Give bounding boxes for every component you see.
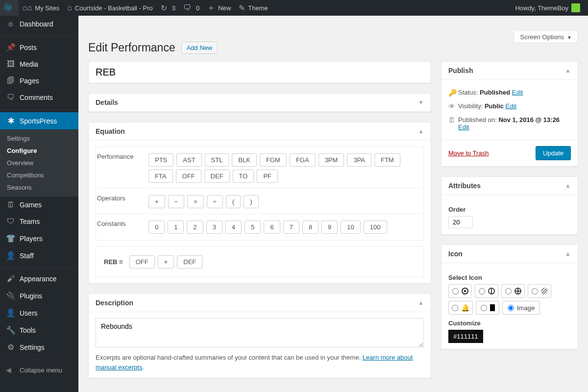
description-heading[interactable]: Description ▲ xyxy=(89,294,431,312)
order-input[interactable] xyxy=(448,216,473,228)
performance-chip[interactable]: AST xyxy=(176,153,201,167)
menu-players[interactable]: 👕Players xyxy=(0,230,78,247)
constant-chip[interactable]: 1 xyxy=(168,220,184,234)
screen-options-toggle[interactable]: Screen Options▼ xyxy=(514,31,578,43)
constant-chip[interactable]: 0 xyxy=(148,220,165,234)
icon-option-card[interactable] xyxy=(476,301,499,315)
edit-date-link[interactable]: Edit xyxy=(458,123,469,131)
performance-chip[interactable]: STL xyxy=(205,153,229,167)
operator-chip[interactable]: ) xyxy=(244,195,258,208)
add-new-button[interactable]: Add New xyxy=(181,42,218,54)
menu-staff[interactable]: 👤Staff xyxy=(0,247,78,264)
edit-visibility-link[interactable]: Edit xyxy=(506,102,516,110)
constant-chip[interactable]: 3 xyxy=(206,220,222,234)
eye-icon: 👁 xyxy=(448,102,458,110)
menu-teams[interactable]: 🛡Teams xyxy=(0,213,78,230)
performance-chip[interactable]: FGA xyxy=(290,153,316,167)
result-chip[interactable]: DEF xyxy=(177,255,202,269)
menu-dashboard[interactable]: ⌾Dashboard xyxy=(0,16,78,32)
site-name[interactable]: ⌂Courtside - Basketball - Pro xyxy=(63,0,157,16)
color-value[interactable]: #111111 xyxy=(448,330,483,343)
operator-chip[interactable]: × xyxy=(187,195,204,208)
sub-settings[interactable]: Settings xyxy=(0,132,78,145)
sub-seasons[interactable]: Seasons xyxy=(0,181,78,194)
update-button[interactable]: Update xyxy=(536,146,571,160)
constant-chip[interactable]: 6 xyxy=(264,220,280,234)
my-account[interactable]: Howdy, ThemeBoy xyxy=(511,0,584,16)
menu-sportspress[interactable]: ✱SportsPress xyxy=(0,112,78,129)
icon-option-image[interactable]: Image xyxy=(502,301,540,315)
constant-chip[interactable]: 100 xyxy=(364,220,387,234)
performance-chip[interactable]: FTM xyxy=(374,153,400,167)
attributes-heading[interactable]: Attributes ▲ xyxy=(441,177,578,195)
menu-users[interactable]: 👤Users xyxy=(0,304,78,321)
calendar-icon: 🗓 xyxy=(448,116,458,124)
collapse-menu[interactable]: ◀Collapse menu xyxy=(0,362,78,378)
menu-posts[interactable]: 📌Posts xyxy=(0,39,78,56)
constant-chip[interactable]: 4 xyxy=(225,220,242,234)
icon-option-baseball[interactable] xyxy=(475,284,498,298)
performance-chip[interactable]: PF xyxy=(257,170,278,183)
equation-heading[interactable]: Equation ▲ xyxy=(89,122,431,141)
operator-chip[interactable]: ( xyxy=(226,195,241,208)
comments-bubble[interactable]: 🗨0 xyxy=(179,0,203,16)
publish-heading[interactable]: Publish ▲ xyxy=(441,62,578,80)
performance-chip[interactable]: DEF xyxy=(204,170,230,183)
menu-appearance[interactable]: 🖌Appearance xyxy=(0,270,78,287)
constant-chip[interactable]: 7 xyxy=(283,220,299,234)
performance-chip[interactable]: 3PA xyxy=(347,153,371,167)
operator-chip[interactable]: + xyxy=(148,195,165,208)
sub-overview[interactable]: Overview xyxy=(0,157,78,169)
icon-heading[interactable]: Icon ▲ xyxy=(441,245,578,263)
menu-settings[interactable]: ⚙Settings xyxy=(0,339,78,356)
constant-chip[interactable]: 10 xyxy=(341,220,360,234)
performance-chip[interactable]: 3PM xyxy=(318,153,344,167)
icon-grid: 🔔 Image xyxy=(448,284,571,315)
menu-games[interactable]: 🗓Games xyxy=(0,196,78,213)
performance-chip[interactable]: BLK xyxy=(232,153,257,167)
sub-competitions[interactable]: Competitions xyxy=(0,169,78,181)
publish-panel: Publish ▲ 🔑 Status: Published Edit 👁 Vis… xyxy=(441,61,578,167)
performance-chip[interactable]: PTS xyxy=(148,153,173,167)
media-icon: 🖾 xyxy=(6,60,16,69)
menu-tools[interactable]: 🔧Tools xyxy=(0,321,78,339)
menu-pages[interactable]: 🗐Pages xyxy=(0,73,78,89)
chevron-up-icon: ▲ xyxy=(565,250,571,257)
chevron-up-icon: ▲ xyxy=(418,299,424,306)
performance-chip[interactable]: FTA xyxy=(148,170,173,183)
title-input[interactable] xyxy=(89,62,431,83)
performance-chip[interactable]: FGM xyxy=(260,153,287,167)
sub-configure[interactable]: Configure xyxy=(0,145,78,157)
icon-option-stripes[interactable] xyxy=(528,284,551,298)
my-sites[interactable]: ⌂⌂My Sites xyxy=(19,0,63,16)
wp-logo[interactable]: ⓦ xyxy=(0,0,19,16)
icon-option-whistle[interactable]: 🔔 xyxy=(448,301,473,315)
submenu-sportspress: Settings Configure Overview Competitions… xyxy=(0,129,78,196)
description-textarea[interactable] xyxy=(96,318,424,347)
stripes-icon xyxy=(541,288,548,294)
key-icon: 🔑 xyxy=(448,89,458,97)
move-to-trash-link[interactable]: Move to Trash xyxy=(448,149,489,157)
constant-chip[interactable]: 9 xyxy=(321,220,338,234)
constant-chip[interactable]: 2 xyxy=(187,220,203,234)
performance-chip[interactable]: OFF xyxy=(176,170,201,183)
details-heading[interactable]: Details ▼ xyxy=(89,94,431,112)
theme-link[interactable]: ✎Theme xyxy=(235,0,271,16)
result-chip[interactable]: + xyxy=(158,255,174,269)
menu-media[interactable]: 🖾Media xyxy=(0,56,78,73)
result-chip[interactable]: OFF xyxy=(129,255,155,269)
new-content[interactable]: ＋New xyxy=(203,0,235,16)
icon-option-soccer[interactable] xyxy=(448,284,472,298)
result-chips: OFF+DEF xyxy=(128,254,204,270)
operator-chip[interactable]: − xyxy=(168,195,185,208)
menu-comments[interactable]: 🗨Comments xyxy=(0,89,78,106)
edit-status-link[interactable]: Edit xyxy=(512,89,523,96)
performance-chip[interactable]: TO xyxy=(233,170,254,183)
constant-chip[interactable]: 5 xyxy=(245,220,261,234)
menu-plugins[interactable]: 🔌Plugins xyxy=(0,287,78,304)
updates[interactable]: ↻3 xyxy=(157,0,179,16)
howdy-label: Howdy, ThemeBoy xyxy=(515,4,568,12)
icon-option-basketball[interactable] xyxy=(501,284,525,298)
operator-chip[interactable]: ÷ xyxy=(207,195,223,208)
constant-chip[interactable]: 8 xyxy=(302,220,318,234)
